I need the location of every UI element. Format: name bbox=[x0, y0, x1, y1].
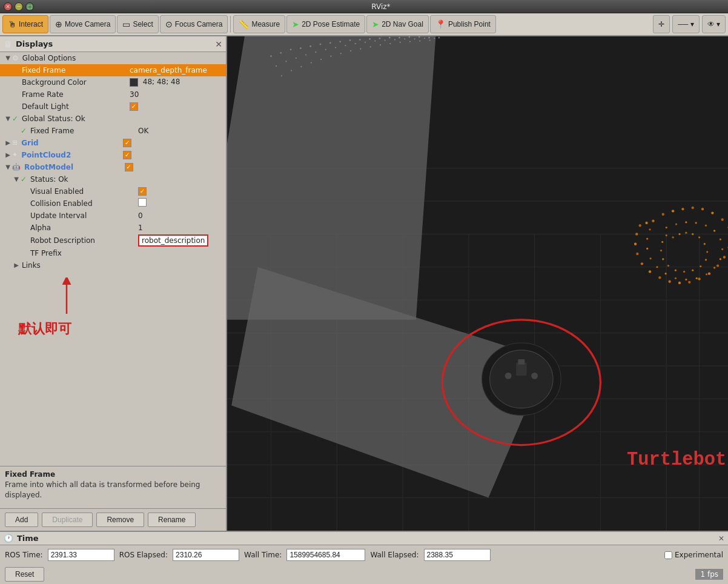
add-button[interactable]: Add bbox=[5, 513, 38, 527]
ros-time-input[interactable] bbox=[48, 549, 114, 561]
alpha-label: Alpha bbox=[29, 224, 138, 232]
svg-point-119 bbox=[646, 237, 648, 239]
svg-point-87 bbox=[716, 264, 719, 267]
experimental-container: Experimental bbox=[664, 551, 723, 559]
robotmodel-row[interactable]: ▼ 🤖 RobotModel ✓ bbox=[0, 161, 226, 173]
status-ok-row[interactable]: ▼ ✓ Status: Ok bbox=[0, 173, 226, 185]
svg-point-124 bbox=[692, 233, 693, 235]
svg-point-139 bbox=[490, 350, 553, 408]
svg-point-33 bbox=[369, 38, 371, 40]
svg-point-103 bbox=[685, 221, 687, 223]
svg-point-105 bbox=[705, 225, 707, 227]
nav-goal-button[interactable]: ➤ 2D Nav Goal bbox=[366, 15, 429, 33]
svg-point-27 bbox=[309, 45, 311, 47]
close-button[interactable]: ✕ bbox=[4, 2, 12, 11]
links-arrow[interactable]: ▶ bbox=[12, 262, 21, 268]
svg-point-82 bbox=[721, 218, 724, 221]
links-row[interactable]: ▶ Links bbox=[0, 259, 226, 271]
robotmodel-arrow[interactable]: ▼ bbox=[4, 164, 12, 170]
publish-point-button[interactable]: 📍 Publish Point bbox=[430, 15, 496, 33]
update-interval-row[interactable]: Update Interval 0 bbox=[0, 210, 226, 222]
measure-label: Measure bbox=[251, 20, 280, 28]
svg-point-56 bbox=[424, 38, 425, 39]
svg-point-89 bbox=[698, 277, 700, 280]
svg-point-24 bbox=[280, 52, 282, 54]
wall-time-input[interactable] bbox=[286, 549, 365, 561]
reset-button[interactable]: Reset bbox=[5, 567, 44, 582]
left-panel: 🖥 Displays ✕ ▼ ⚙ Global Options bbox=[0, 36, 227, 531]
minimize-button[interactable]: ─ bbox=[15, 2, 23, 11]
visual-enabled-checkbox[interactable]: ✓ bbox=[138, 187, 147, 196]
interact-button[interactable]: 🖱 Interact bbox=[2, 15, 48, 33]
svg-point-137 bbox=[666, 234, 667, 236]
ros-elapsed-input[interactable] bbox=[173, 549, 239, 561]
ros-elapsed-label: ROS Elapsed: bbox=[119, 551, 168, 559]
alpha-row[interactable]: Alpha 1 bbox=[0, 222, 226, 234]
grid-arrow[interactable]: ▶ bbox=[4, 139, 12, 146]
time-fields: ROS Time: ROS Elapsed: Wall Time: Wall E… bbox=[0, 545, 728, 565]
pc2-label: PointCloud2 bbox=[20, 151, 123, 159]
default-light-checkbox[interactable]: ✓ bbox=[130, 102, 138, 111]
robot-desc-input[interactable]: robot_description bbox=[138, 234, 208, 247]
global-options-arrow[interactable]: ▼ bbox=[4, 55, 12, 61]
3d-viewport[interactable]: Turtlebot ◀ ▶ bbox=[227, 36, 728, 531]
default-light-row[interactable]: Default Light ✓ bbox=[0, 101, 226, 113]
experimental-checkbox[interactable] bbox=[664, 551, 672, 559]
rename-button[interactable]: Rename bbox=[148, 513, 196, 527]
tf-prefix-row[interactable]: TF Prefix bbox=[0, 247, 226, 259]
grid-enabled-checkbox[interactable]: ✓ bbox=[123, 139, 131, 147]
svg-point-133 bbox=[667, 265, 669, 267]
displays-close-button[interactable]: ✕ bbox=[215, 39, 222, 49]
svg-point-128 bbox=[705, 259, 707, 260]
global-status-row[interactable]: ▼ ✓ Global Status: Ok bbox=[0, 113, 226, 125]
move-camera-label: Move Camera bbox=[65, 20, 110, 28]
svg-point-129 bbox=[700, 265, 701, 267]
svg-point-114 bbox=[675, 277, 677, 279]
maximize-button[interactable]: □ bbox=[25, 2, 34, 11]
fixed-frame-ok-row[interactable]: ✓ Fixed Frame OK bbox=[0, 125, 226, 137]
move-camera-button[interactable]: ⊕ Move Camera bbox=[50, 15, 116, 33]
view-button[interactable]: ── ▾ bbox=[672, 15, 699, 33]
svg-point-100 bbox=[645, 222, 647, 224]
grid-row[interactable]: ▶ ⊞ Grid ✓ bbox=[0, 137, 226, 149]
measure-button[interactable]: 📏 Measure bbox=[233, 15, 285, 33]
svg-point-111 bbox=[706, 273, 707, 275]
collision-enabled-row[interactable]: Collision Enabled bbox=[0, 197, 226, 210]
collision-enabled-checkbox[interactable] bbox=[138, 198, 147, 207]
robot-desc-row[interactable]: Robot Description robot_description bbox=[0, 234, 226, 247]
remove-button[interactable]: Remove bbox=[96, 513, 144, 527]
status-panel-description: Frame into which all data is transformed… bbox=[5, 480, 221, 500]
pc2-enabled-checkbox[interactable]: ✓ bbox=[123, 151, 131, 159]
links-label: Links bbox=[21, 261, 225, 270]
tree-area[interactable]: ▼ ⚙ Global Options Fixed Frame camera_de… bbox=[0, 52, 226, 466]
global-options-row[interactable]: ▼ ⚙ Global Options bbox=[0, 52, 226, 64]
pc2-arrow[interactable]: ▶ bbox=[4, 151, 12, 158]
pointcloud2-row[interactable]: ▶ ✦ PointCloud2 ✓ bbox=[0, 149, 226, 161]
svg-point-116 bbox=[656, 266, 658, 268]
svg-point-110 bbox=[713, 267, 715, 268]
select-button[interactable]: ▭ Select bbox=[117, 15, 158, 33]
default-light-value: ✓ bbox=[130, 102, 225, 111]
wall-elapsed-input[interactable] bbox=[424, 549, 491, 561]
global-options-icon: ⚙ bbox=[12, 54, 19, 62]
svg-point-117 bbox=[649, 257, 651, 259]
visual-enabled-row[interactable]: Visual Enabled ✓ bbox=[0, 185, 226, 197]
eye-button[interactable]: 👁 ▾ bbox=[702, 15, 726, 33]
global-status-arrow[interactable]: ▼ bbox=[4, 115, 12, 122]
time-clock-icon: 🕐 bbox=[4, 534, 13, 543]
status-ok-arrow[interactable]: ▼ bbox=[12, 176, 21, 182]
collision-enabled-label: Collision Enabled bbox=[29, 199, 138, 208]
focus-camera-button[interactable]: ⊙ Focus Camera bbox=[160, 15, 228, 33]
svg-point-39 bbox=[428, 37, 430, 39]
pose-estimate-button[interactable]: ➤ 2D Pose Estimate bbox=[286, 15, 365, 33]
duplicate-button[interactable]: Duplicate bbox=[42, 513, 93, 527]
frame-rate-row[interactable]: Frame Rate 30 bbox=[0, 88, 226, 101]
time-close-button[interactable]: ✕ bbox=[718, 534, 724, 543]
fixed-frame-row[interactable]: Fixed Frame camera_depth_frame bbox=[0, 64, 226, 76]
crosshair-button[interactable]: ✛ bbox=[653, 15, 670, 33]
color-swatch bbox=[130, 78, 138, 87]
grid-checkbox: ✓ bbox=[123, 138, 225, 147]
background-color-row[interactable]: Background Color 48; 48; 48 bbox=[0, 76, 226, 88]
robotmodel-enabled-checkbox[interactable]: ✓ bbox=[125, 163, 133, 171]
window-controls[interactable]: ✕ ─ □ bbox=[4, 2, 34, 11]
